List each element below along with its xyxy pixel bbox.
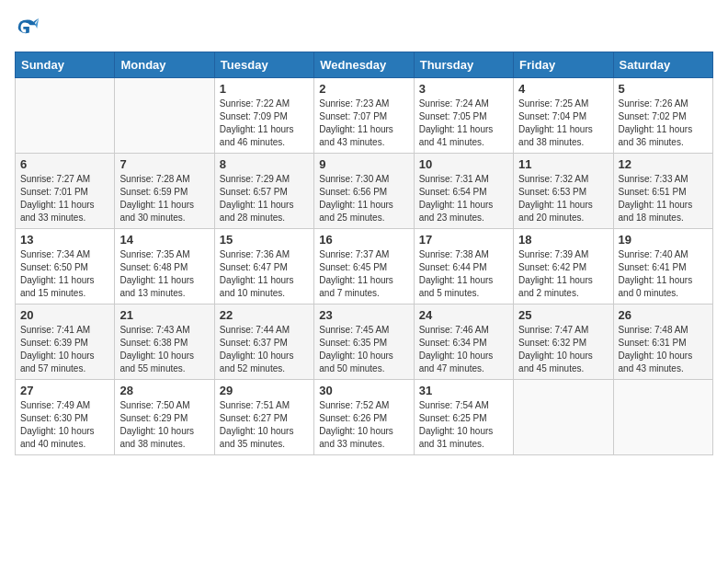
day-info: Sunrise: 7:48 AM Sunset: 6:31 PM Dayligh… [619, 324, 708, 375]
day-number: 14 [119, 233, 209, 247]
day-info: Sunrise: 7:39 AM Sunset: 6:42 PM Dayligh… [518, 248, 608, 300]
day-number: 16 [319, 233, 408, 247]
day-number: 1 [220, 82, 309, 96]
day-number: 31 [419, 384, 508, 397]
day-header-tuesday: Tuesday [214, 52, 313, 78]
day-number: 5 [619, 82, 708, 96]
calendar-cell: 14Sunrise: 7:35 AM Sunset: 6:48 PM Dayli… [115, 229, 214, 304]
day-number: 12 [619, 157, 708, 171]
day-info: Sunrise: 7:52 AM Sunset: 6:26 PM Dayligh… [319, 399, 408, 451]
calendar-cell: 7Sunrise: 7:28 AM Sunset: 6:59 PM Daylig… [115, 154, 214, 229]
calendar-cell [514, 380, 613, 455]
calendar-cell: 17Sunrise: 7:38 AM Sunset: 6:44 PM Dayli… [414, 229, 513, 304]
day-info: Sunrise: 7:28 AM Sunset: 6:59 PM Dayligh… [119, 173, 209, 224]
day-info: Sunrise: 7:30 AM Sunset: 6:56 PM Dayligh… [319, 173, 408, 224]
day-number: 23 [319, 308, 408, 322]
day-number: 28 [119, 384, 209, 397]
calendar-header-row: SundayMondayTuesdayWednesdayThursdayFrid… [16, 52, 713, 78]
calendar-cell: 6Sunrise: 7:27 AM Sunset: 7:01 PM Daylig… [16, 154, 115, 229]
calendar-cell: 30Sunrise: 7:52 AM Sunset: 6:26 PM Dayli… [314, 380, 414, 455]
day-info: Sunrise: 7:43 AM Sunset: 6:38 PM Dayligh… [119, 324, 209, 375]
day-number: 18 [518, 233, 608, 247]
day-number: 19 [619, 233, 708, 247]
day-info: Sunrise: 7:38 AM Sunset: 6:44 PM Dayligh… [419, 248, 508, 300]
day-number: 17 [419, 233, 508, 247]
day-number: 3 [419, 82, 508, 96]
day-number: 2 [319, 82, 408, 96]
day-number: 8 [220, 157, 309, 171]
day-info: Sunrise: 7:40 AM Sunset: 6:41 PM Dayligh… [619, 248, 708, 300]
calendar-cell: 10Sunrise: 7:31 AM Sunset: 6:54 PM Dayli… [414, 154, 513, 229]
day-number: 6 [20, 157, 109, 171]
day-info: Sunrise: 7:33 AM Sunset: 6:51 PM Dayligh… [619, 173, 708, 224]
calendar-cell: 21Sunrise: 7:43 AM Sunset: 6:38 PM Dayli… [115, 304, 214, 380]
calendar-table: SundayMondayTuesdayWednesdayThursdayFrid… [15, 52, 713, 455]
day-number: 20 [20, 308, 109, 322]
page-header [15, 15, 713, 40]
calendar-cell: 24Sunrise: 7:46 AM Sunset: 6:34 PM Dayli… [414, 304, 513, 380]
calendar-cell: 25Sunrise: 7:47 AM Sunset: 6:32 PM Dayli… [514, 304, 613, 380]
day-number: 24 [419, 308, 508, 322]
day-number: 15 [220, 233, 309, 247]
day-info: Sunrise: 7:37 AM Sunset: 6:45 PM Dayligh… [319, 248, 408, 300]
day-info: Sunrise: 7:31 AM Sunset: 6:54 PM Dayligh… [419, 173, 508, 224]
day-header-sunday: Sunday [16, 52, 115, 78]
day-info: Sunrise: 7:51 AM Sunset: 6:27 PM Dayligh… [220, 399, 309, 451]
calendar-cell: 1Sunrise: 7:22 AM Sunset: 7:09 PM Daylig… [214, 78, 313, 154]
day-info: Sunrise: 7:27 AM Sunset: 7:01 PM Dayligh… [20, 173, 109, 224]
calendar-cell [16, 78, 115, 154]
calendar-cell: 22Sunrise: 7:44 AM Sunset: 6:37 PM Dayli… [214, 304, 313, 380]
calendar-cell: 18Sunrise: 7:39 AM Sunset: 6:42 PM Dayli… [514, 229, 613, 304]
calendar-cell: 8Sunrise: 7:29 AM Sunset: 6:57 PM Daylig… [214, 154, 313, 229]
day-number: 10 [419, 157, 508, 171]
day-info: Sunrise: 7:25 AM Sunset: 7:04 PM Dayligh… [518, 98, 608, 149]
calendar-week-1: 1Sunrise: 7:22 AM Sunset: 7:09 PM Daylig… [16, 78, 713, 154]
calendar-cell: 16Sunrise: 7:37 AM Sunset: 6:45 PM Dayli… [314, 229, 414, 304]
calendar-cell: 11Sunrise: 7:32 AM Sunset: 6:53 PM Dayli… [514, 154, 613, 229]
day-info: Sunrise: 7:49 AM Sunset: 6:30 PM Dayligh… [20, 399, 109, 451]
calendar-cell [613, 380, 712, 455]
day-info: Sunrise: 7:34 AM Sunset: 6:50 PM Dayligh… [20, 248, 109, 300]
calendar-cell: 26Sunrise: 7:48 AM Sunset: 6:31 PM Dayli… [613, 304, 712, 380]
day-info: Sunrise: 7:24 AM Sunset: 7:05 PM Dayligh… [419, 98, 508, 149]
day-header-monday: Monday [115, 52, 214, 78]
calendar-cell: 3Sunrise: 7:24 AM Sunset: 7:05 PM Daylig… [414, 78, 513, 154]
day-info: Sunrise: 7:50 AM Sunset: 6:29 PM Dayligh… [119, 399, 209, 451]
day-number: 7 [119, 157, 209, 171]
day-number: 9 [319, 157, 408, 171]
calendar-week-2: 6Sunrise: 7:27 AM Sunset: 7:01 PM Daylig… [16, 154, 713, 229]
calendar-cell: 23Sunrise: 7:45 AM Sunset: 6:35 PM Dayli… [314, 304, 414, 380]
day-info: Sunrise: 7:44 AM Sunset: 6:37 PM Dayligh… [220, 324, 309, 375]
day-number: 26 [619, 308, 708, 322]
logo-icon [15, 15, 40, 40]
calendar-cell: 9Sunrise: 7:30 AM Sunset: 6:56 PM Daylig… [314, 154, 414, 229]
day-header-thursday: Thursday [414, 52, 513, 78]
day-info: Sunrise: 7:22 AM Sunset: 7:09 PM Dayligh… [220, 98, 309, 149]
day-info: Sunrise: 7:46 AM Sunset: 6:34 PM Dayligh… [419, 324, 508, 375]
calendar-cell: 27Sunrise: 7:49 AM Sunset: 6:30 PM Dayli… [16, 380, 115, 455]
calendar-week-3: 13Sunrise: 7:34 AM Sunset: 6:50 PM Dayli… [16, 229, 713, 304]
day-header-friday: Friday [514, 52, 613, 78]
day-number: 22 [220, 308, 309, 322]
day-info: Sunrise: 7:29 AM Sunset: 6:57 PM Dayligh… [220, 173, 309, 224]
day-number: 29 [220, 384, 309, 397]
calendar-cell: 31Sunrise: 7:54 AM Sunset: 6:25 PM Dayli… [414, 380, 513, 455]
day-number: 30 [319, 384, 408, 397]
calendar-cell: 28Sunrise: 7:50 AM Sunset: 6:29 PM Dayli… [115, 380, 214, 455]
calendar-cell: 13Sunrise: 7:34 AM Sunset: 6:50 PM Dayli… [16, 229, 115, 304]
day-number: 4 [518, 82, 608, 96]
day-number: 13 [20, 233, 109, 247]
calendar-cell: 20Sunrise: 7:41 AM Sunset: 6:39 PM Dayli… [16, 304, 115, 380]
day-header-saturday: Saturday [613, 52, 712, 78]
calendar-cell [115, 78, 214, 154]
calendar-cell: 29Sunrise: 7:51 AM Sunset: 6:27 PM Dayli… [214, 380, 313, 455]
calendar-cell: 19Sunrise: 7:40 AM Sunset: 6:41 PM Dayli… [613, 229, 712, 304]
calendar-week-5: 27Sunrise: 7:49 AM Sunset: 6:30 PM Dayli… [16, 380, 713, 455]
day-info: Sunrise: 7:47 AM Sunset: 6:32 PM Dayligh… [518, 324, 608, 375]
day-number: 21 [119, 308, 209, 322]
calendar-cell: 2Sunrise: 7:23 AM Sunset: 7:07 PM Daylig… [314, 78, 414, 154]
calendar-cell: 4Sunrise: 7:25 AM Sunset: 7:04 PM Daylig… [514, 78, 613, 154]
day-info: Sunrise: 7:41 AM Sunset: 6:39 PM Dayligh… [20, 324, 109, 375]
calendar-cell: 15Sunrise: 7:36 AM Sunset: 6:47 PM Dayli… [214, 229, 313, 304]
day-header-wednesday: Wednesday [314, 52, 414, 78]
